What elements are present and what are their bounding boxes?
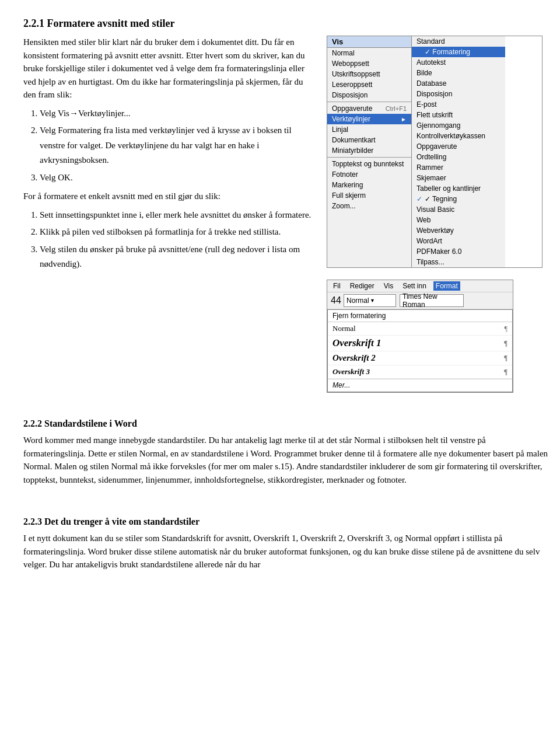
vis-item-normal: Normal xyxy=(327,48,411,58)
right-bilde: Bilde xyxy=(412,68,505,78)
font-box[interactable]: Times New Roman xyxy=(400,294,464,307)
vis-menu-screenshot: Vis Normal Weboppsett Utskriftsoppsett L… xyxy=(327,36,542,268)
menu-format: Format xyxy=(433,281,460,291)
right-database: Database xyxy=(412,78,505,89)
dropdown-normal[interactable]: Normal ¶ xyxy=(328,322,512,336)
dropdown-fjern-label: Fjern formatering xyxy=(332,312,386,320)
toolbar-screenshot: Fil Rediger Vis Sett inn Format 44 Norma… xyxy=(327,280,513,393)
vis-item-linjal: Linjal xyxy=(327,124,411,135)
vis-item-zoom: Zoom... xyxy=(327,201,411,211)
right-epost: E-post xyxy=(412,99,505,110)
dropdown-overskrift1[interactable]: Overskrift 1 ¶ xyxy=(328,336,512,351)
right-vbasic: Visual Basic xyxy=(412,204,505,215)
vis-item-utskrift: Utskriftsoppsett xyxy=(327,69,411,79)
step-1-2: Velg Formatering fra lista med verktøyli… xyxy=(40,123,317,168)
vis-item-markering: Markering xyxy=(327,180,411,190)
dropdown-normal-label: Normal xyxy=(332,324,356,333)
vis-item-disposisjon: Disposisjon xyxy=(327,90,411,100)
vis-menu-right-panel: Standard ✓ Formatering Autotekst Bilde D… xyxy=(412,36,505,267)
right-autotekst: Autotekst xyxy=(412,57,505,68)
dropdown-mer[interactable]: Mer... xyxy=(328,379,512,392)
vis-item-fotnoter: Fotnoter xyxy=(327,169,411,180)
section-221-para1: Hensikten med stiler blir klart når du b… xyxy=(23,36,317,102)
dropdown-overskrift1-pilcrow: ¶ xyxy=(504,339,508,348)
menu-fil: Fil xyxy=(331,281,343,291)
right-tabeller: Tabeller og kantlinjer xyxy=(412,183,505,194)
dropdown-overskrift2-pilcrow: ¶ xyxy=(504,354,508,362)
tb-btn-1: 44 xyxy=(330,294,342,307)
vis-item-topptekst: Topptekst og bunntekst xyxy=(327,159,411,169)
step-2-2: Klikk på pilen ved stilboksen på formatl… xyxy=(40,225,317,240)
right-tegning: ✓ Tegning xyxy=(412,194,505,204)
vis-item-verktoylinjer: Verktøylinjer ► xyxy=(327,114,411,124)
vis-item-full: Full skjerm xyxy=(327,190,411,201)
vis-item-miniatyr: Miniatyrbilder xyxy=(327,145,411,156)
dropdown-overskrift2-label: Overskrift 2 xyxy=(332,353,376,363)
right-pdfmaker: PDFMaker 6.0 xyxy=(412,246,505,257)
section-221-title: 2.2.1 Formatere avsnitt med stiler xyxy=(23,18,548,30)
dropdown-mer-label: Mer... xyxy=(332,381,350,389)
dropdown-overskrift2[interactable]: Overskrift 2 ¶ xyxy=(328,351,512,365)
toolbar-menubar: Fil Rediger Vis Sett inn Format xyxy=(327,280,513,292)
right-skjemaer: Skjemaer xyxy=(412,173,505,183)
step-2-1: Sett innsettingspunktet inne i, eller me… xyxy=(40,208,317,223)
dropdown-overskrift3[interactable]: Overskrift 3 ¶ xyxy=(328,365,512,379)
right-disposisjon: Disposisjon xyxy=(412,89,505,99)
font-box-label: Times New Roman xyxy=(402,292,461,309)
right-flett: Flett utskrift xyxy=(412,110,505,120)
step-1-3: Velg OK. xyxy=(40,170,317,186)
section-222-para1: Word kommer med mange innebygde standard… xyxy=(23,434,548,486)
section-223-para1: I et nytt dokument kan du se stiler som … xyxy=(23,532,548,571)
menu-sett-inn: Sett inn xyxy=(400,281,429,291)
right-standard: Standard xyxy=(412,36,505,47)
step-1-1: Velg Vis→Verktøylinjer... xyxy=(40,106,317,121)
dropdown-normal-pilcrow: ¶ xyxy=(505,325,508,333)
toolbar-row: 44 Normal ▼ Times New Roman xyxy=(327,292,513,309)
right-ordtelling: Ordtelling xyxy=(412,152,505,162)
section-221-para2: For å formatere et enkelt avsnitt med en… xyxy=(23,190,317,203)
dropdown-overskrift3-pilcrow: ¶ xyxy=(504,368,508,376)
dropdown-overskrift1-label: Overskrift 1 xyxy=(332,337,382,349)
vis-menu-header: Vis xyxy=(327,36,411,48)
right-wordart: WordArt xyxy=(412,236,505,246)
vis-item-oppgaverute: OppgaveruteCtrl+F1 xyxy=(327,103,411,114)
section-223-title: 2.2.3 Det du trenger å vite om standards… xyxy=(23,517,548,527)
vis-menu-left-panel: Vis Normal Weboppsett Utskriftsoppsett L… xyxy=(327,36,412,267)
style-dropdown: Fjern formatering Normal ¶ Overskrift 1 … xyxy=(327,309,513,392)
right-web: Web xyxy=(412,215,505,225)
menu-rediger: Rediger xyxy=(348,281,377,291)
right-tilpass: Tilpass... xyxy=(412,257,505,267)
right-formatering: ✓ Formatering xyxy=(412,47,505,57)
steps-list-2: Sett innsettingspunktet inne i, eller me… xyxy=(40,208,317,272)
dropdown-overskrift3-label: Overskrift 3 xyxy=(332,367,370,376)
vis-item-leser: Leseroppsett xyxy=(327,79,411,90)
right-oppgaverute: Oppgaverute xyxy=(412,141,505,152)
right-kontroll: Kontrollverktøykassen xyxy=(412,131,505,141)
vis-item-dokumentkart: Dokumentkart xyxy=(327,135,411,145)
style-box-arrow: ▼ xyxy=(370,298,393,304)
dropdown-fjern[interactable]: Fjern formatering xyxy=(328,310,512,322)
right-webverktoey: Webverktøy xyxy=(412,225,505,236)
steps-list-1: Velg Vis→Verktøylinjer... Velg Formateri… xyxy=(40,106,317,186)
right-rammer: Rammer xyxy=(412,162,505,173)
menu-vis: Vis xyxy=(382,281,396,291)
step-2-3: Velg stilen du ønsker på bruke på avsnit… xyxy=(40,242,317,272)
right-gjennomgang: Gjennomgang xyxy=(412,120,505,131)
style-box[interactable]: Normal ▼ xyxy=(344,294,396,307)
style-box-label: Normal xyxy=(346,296,370,305)
section-222-title: 2.2.2 Standardstilene i Word xyxy=(23,418,548,429)
vis-item-weboppsett: Weboppsett xyxy=(327,58,411,69)
